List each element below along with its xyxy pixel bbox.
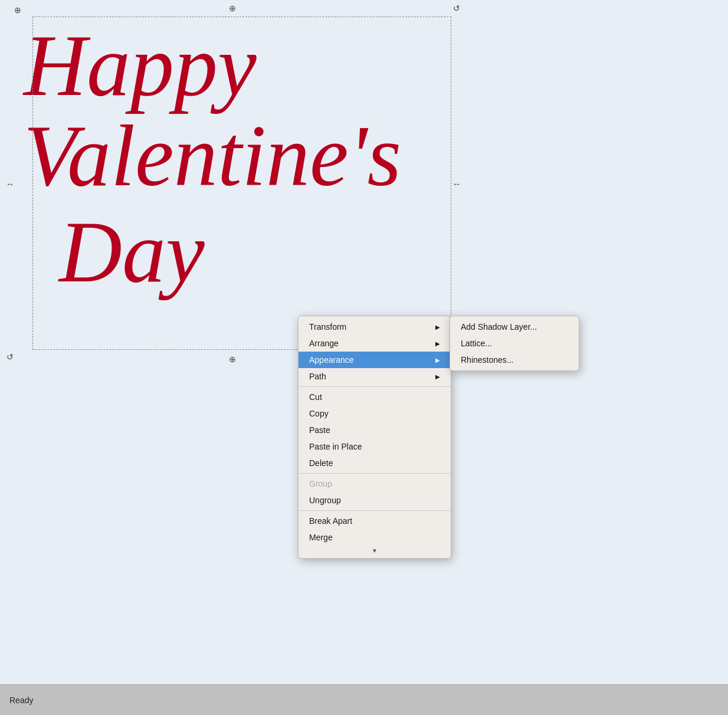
handle-top-right[interactable]: ↺	[450, 1, 464, 15]
menu-item-ungroup[interactable]: Ungroup	[299, 492, 451, 509]
appearance-submenu: Add Shadow Layer... Lattice... Rhineston…	[450, 316, 579, 371]
menu-item-paste-in-place[interactable]: Paste in Place	[299, 438, 451, 455]
handle-mid-right[interactable]: ↔	[450, 177, 464, 191]
menu-item-cut[interactable]: Cut	[299, 389, 451, 405]
menu-item-transform[interactable]: Transform ▶	[299, 319, 451, 335]
separator-3	[299, 510, 451, 511]
handle-top-center[interactable]: ⊕	[225, 1, 240, 15]
arrow-icon: ▶	[435, 340, 440, 347]
scroll-indicator[interactable]: ▼	[299, 546, 451, 556]
menu-item-break-apart[interactable]: Break Apart	[299, 513, 451, 529]
status-text: Ready	[9, 696, 33, 705]
submenu-item-add-shadow-layer[interactable]: Add Shadow Layer...	[450, 319, 579, 335]
valentine-valentines-line: Valentine's	[24, 108, 401, 204]
handle-bot-center[interactable]: ⊕	[225, 352, 240, 366]
menu-item-path[interactable]: Path ▶	[299, 368, 451, 385]
arrow-icon: ▶	[435, 357, 440, 363]
valentine-happy-line: Happy	[24, 18, 401, 114]
menu-item-copy[interactable]: Copy	[299, 405, 451, 422]
valentine-day-line: Day	[59, 204, 401, 300]
handle-top-left[interactable]: ⊕	[11, 3, 25, 17]
handle-mid-left[interactable]: ↔	[3, 177, 17, 191]
handle-bot-left[interactable]: ↺	[3, 350, 17, 364]
arrow-icon: ▶	[435, 324, 440, 330]
menu-item-appearance[interactable]: Appearance ▶	[299, 352, 451, 368]
canvas: Happy Valentine's Day ⊕ ⊕ ↺ ↔ ↔ ↺ ⊕ ↔ Tr…	[0, 0, 728, 684]
menu-item-delete[interactable]: Delete	[299, 455, 451, 471]
menu-item-merge[interactable]: Merge	[299, 529, 451, 546]
separator-2	[299, 473, 451, 474]
submenu-item-rhinestones[interactable]: Rhinestones...	[450, 352, 579, 368]
context-menu: Transform ▶ Arrange ▶ Appearance ▶ Path …	[298, 316, 451, 559]
arrow-icon: ▶	[435, 373, 440, 380]
submenu-item-lattice[interactable]: Lattice...	[450, 335, 579, 352]
menu-item-group: Group	[299, 475, 451, 492]
separator-1	[299, 386, 451, 387]
menu-item-paste[interactable]: Paste	[299, 422, 451, 438]
menu-item-arrange[interactable]: Arrange ▶	[299, 335, 451, 352]
valentine-text: Happy Valentine's Day	[24, 18, 401, 300]
selection-box	[32, 17, 451, 350]
status-bar: Ready	[0, 684, 728, 715]
